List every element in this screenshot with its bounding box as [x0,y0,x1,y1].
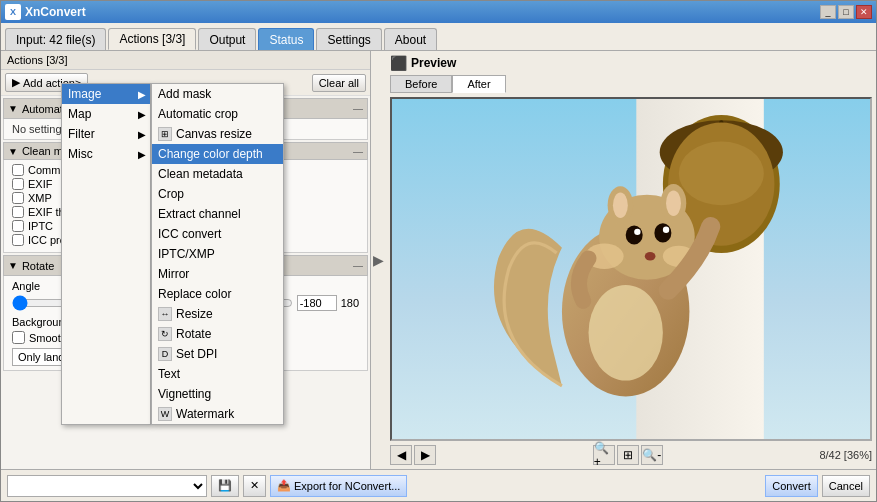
title-bar-left: X XnConvert [5,4,86,20]
left-panel: Actions [3/3] ▶ Add action> Clear all ▼ … [1,51,371,469]
angle-label: Angle [12,280,40,292]
export-button[interactable]: 📤 Export for NConvert... [270,475,407,497]
zoom-in-button[interactable]: 🔍+ [593,445,615,465]
tab-input[interactable]: Input: 42 file(s) [5,28,106,50]
main-content: Actions [3/3] ▶ Add action> Clear all ▼ … [1,51,876,469]
section-arrow: ▼ [8,103,18,114]
menu-icc-convert[interactable]: ICC convert [152,224,283,244]
menu-change-color-depth[interactable]: Change color depth [152,144,283,164]
svg-point-12 [666,190,681,216]
remove-clean-btn[interactable]: — [353,146,363,157]
right-arrow-icon: ▶ [373,252,384,268]
menu-extract-channel[interactable]: Extract channel [152,204,283,224]
menu-rotate[interactable]: ↻ Rotate [152,324,283,344]
svg-point-15 [634,229,640,235]
bottom-bar: 💾 ✕ 📤 Export for NConvert... Convert Can… [1,469,876,501]
clear-all-button[interactable]: Clear all [312,74,366,92]
menu-text[interactable]: Text [152,364,283,384]
set-dpi-label: Set DPI [176,347,217,361]
check-iptc[interactable] [12,220,24,232]
crop-label: Crop [158,187,184,201]
menu-item-filter[interactable]: Filter ▶ [62,124,150,144]
bottom-preset-select[interactable] [7,475,207,497]
save-preset-button[interactable]: 💾 [211,475,239,497]
menu-mirror[interactable]: Mirror [152,264,283,284]
menu-iptc-xmp[interactable]: IPTC/XMP [152,244,283,264]
watermark-label: Watermark [176,407,234,421]
maximize-button[interactable]: □ [838,5,854,19]
menu-canvas-resize[interactable]: ⊞ Canvas resize [152,124,283,144]
menu-watermark[interactable]: W Watermark [152,404,283,424]
tab-before[interactable]: Before [390,75,452,93]
mirror-label: Mirror [158,267,189,281]
svg-point-13 [626,225,643,244]
menu-item-image[interactable]: Image ▶ [62,84,150,104]
svg-point-17 [645,252,656,261]
submenu-arrow-image: ▶ [138,89,146,100]
menu-set-dpi[interactable]: D Set DPI [152,344,283,364]
preview-title: Preview [411,56,456,70]
tab-settings[interactable]: Settings [316,28,381,50]
menu-image-label: Image [68,87,101,101]
zoom-out-button[interactable]: 🔍- [641,445,663,465]
tab-after[interactable]: After [452,75,505,93]
replace-color-label: Replace color [158,287,231,301]
menu-item-map[interactable]: Map ▶ [62,104,150,124]
rotate-icon: ↻ [158,327,172,341]
minimize-button[interactable]: _ [820,5,836,19]
menu-replace-color[interactable]: Replace color [152,284,283,304]
menu-resize[interactable]: ↔ Resize [152,304,283,324]
iptc-xmp-label: IPTC/XMP [158,247,215,261]
svg-point-14 [654,223,671,242]
check-xmp[interactable] [12,192,24,204]
svg-point-6 [679,142,764,206]
rotate-menu-label: Rotate [176,327,211,341]
icc-convert-label: ICC convert [158,227,221,241]
menu-add-mask[interactable]: Add mask [152,84,283,104]
menu-vignetting[interactable]: Vignetting [152,384,283,404]
section-arrow2: ▼ [8,146,18,157]
preview-svg [392,99,870,439]
close-button[interactable]: ✕ [856,5,872,19]
vignetting-label: Vignetting [158,387,211,401]
check-exif[interactable] [12,178,24,190]
tab-status[interactable]: Status [258,28,314,50]
cancel-button[interactable]: Cancel [822,475,870,497]
menu-automatic-crop[interactable]: Automatic crop [152,104,283,124]
menu-clean-metadata[interactable]: Clean metadata [152,164,283,184]
export-label: Export for NConvert... [294,480,400,492]
canvas-resize-label: Canvas resize [176,127,252,141]
svg-point-16 [663,227,669,233]
next-button[interactable]: ▶ [414,445,436,465]
add-mask-label: Add mask [158,87,211,101]
check-icc-profile[interactable] [12,234,24,246]
angle-value-field[interactable] [297,295,337,311]
check-comment[interactable] [12,164,24,176]
submenu-arrow-misc: ▶ [138,149,146,160]
preview-zoom: 🔍+ ⊞ 🔍- [593,445,663,465]
fit-button[interactable]: ⊞ [617,445,639,465]
main-window: X XnConvert _ □ ✕ Input: 42 file(s) Acti… [0,0,877,502]
tab-actions[interactable]: Actions [3/3] [108,28,196,50]
delete-preset-button[interactable]: ✕ [243,475,266,497]
check-exif-thumbnail[interactable] [12,206,24,218]
remove-section-btn[interactable]: — [353,103,363,114]
actions-header: Actions [3/3] [1,51,370,70]
angle-max-label: 180 [341,297,359,309]
menu-crop[interactable]: Crop [152,184,283,204]
resize-label: Resize [176,307,213,321]
menu-item-misc[interactable]: Misc ▶ [62,144,150,164]
tab-output[interactable]: Output [198,28,256,50]
prev-button[interactable]: ◀ [390,445,412,465]
preview-info: 8/42 [36%] [819,449,872,461]
panel-arrow: ▶ [371,51,386,469]
submenu-arrow-map: ▶ [138,109,146,120]
tab-about[interactable]: About [384,28,437,50]
label-xmp: XMP [28,192,52,204]
watermark-icon: W [158,407,172,421]
submenu-arrow-filter: ▶ [138,129,146,140]
remove-rotate-btn[interactable]: — [353,260,363,271]
check-smooth[interactable] [12,331,25,344]
convert-button[interactable]: Convert [765,475,818,497]
title-bar-controls: _ □ ✕ [820,5,872,19]
